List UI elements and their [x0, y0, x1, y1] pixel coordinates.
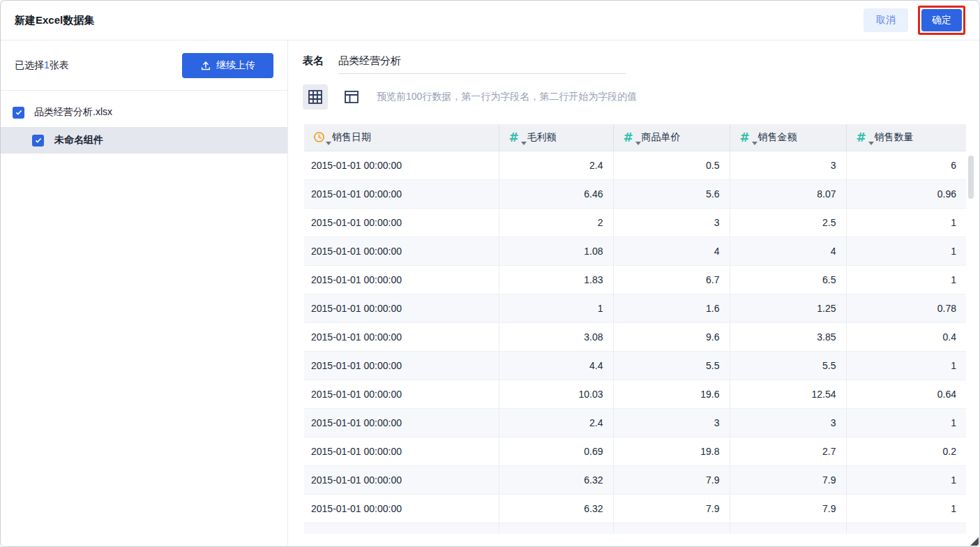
- hash-icon: #: [508, 130, 518, 144]
- grid-view-toggle[interactable]: [303, 84, 328, 110]
- hash-icon: #: [739, 130, 749, 144]
- cell-sales-quantity: 0.64: [846, 380, 966, 408]
- hash-icon: #: [623, 130, 633, 144]
- cell-sales-amount: [730, 523, 846, 534]
- cell-unit-price: 7.9: [613, 494, 730, 523]
- table-row: 2015-01-01 00:00:00 6.46 5.6 8.07 0.96: [304, 179, 966, 208]
- form-view-icon: [344, 89, 359, 105]
- cell-sale-date: 2015-01-01 00:00:00: [304, 179, 499, 208]
- cell-sales-amount: 5.5: [730, 351, 846, 380]
- vertical-scrollbar-thumb[interactable]: [968, 156, 974, 199]
- table-row: 2015-01-01 00:00:00 6.32 7.9 7.9 1: [304, 465, 966, 494]
- continue-upload-button[interactable]: 继续上传: [182, 53, 273, 78]
- cell-unit-price: 19.8: [613, 437, 730, 465]
- selected-summary: 已选择1张表: [15, 59, 69, 72]
- component-checkbox[interactable]: [32, 135, 44, 147]
- column-menu-caret[interactable]: [635, 142, 641, 145]
- cancel-button[interactable]: 取消: [864, 8, 908, 32]
- column-header[interactable]: # 销售数量: [846, 124, 966, 151]
- file-item[interactable]: 品类经营分析.xlsx: [1, 98, 287, 127]
- new-excel-dataset-dialog: 新建Excel数据集 取消 确定 已选择1张表 继续上传: [0, 0, 980, 547]
- sidebar-header: 已选择1张表 继续上传: [1, 40, 287, 91]
- cell-sales-amount: 3.85: [730, 322, 846, 351]
- cell-sales-quantity: 0.96: [846, 179, 966, 208]
- preview-toolbar: 预览前100行数据，第一行为字段名，第二行开始为字段的值: [303, 84, 979, 110]
- cell-sales-amount: 1.25: [730, 294, 846, 322]
- cell-sales-amount: 12.54: [730, 380, 846, 408]
- table-name-input[interactable]: [338, 55, 626, 74]
- table-row: 2015-01-01 00:00:00 1.08 4 4 1: [304, 237, 966, 265]
- table-row: 2015-01-01 00:00:00 2 3 2.5 1: [304, 208, 966, 237]
- dialog-title: 新建Excel数据集: [15, 14, 94, 27]
- selected-summary-prefix: 已选择: [15, 59, 44, 70]
- cell-sales-quantity: 1: [846, 494, 966, 523]
- cell-sale-date: 2015-01-01 00:00:00: [304, 351, 499, 380]
- sidebar: 已选择1张表 继续上传 品类经营分析.xlsx 未命名组件: [1, 40, 288, 546]
- cell-sales-quantity: 1: [846, 208, 966, 237]
- cell-gross-profit: 1: [499, 294, 613, 322]
- cell-sales-quantity: 6: [846, 151, 966, 179]
- cell-unit-price: 3: [613, 208, 730, 237]
- cell-sales-quantity: 1: [846, 408, 966, 437]
- cell-gross-profit: 2: [499, 208, 613, 237]
- table-row: 2015-01-01 00:00:00 3.08 9.6 3.85 0.4: [304, 322, 966, 351]
- cell-sales-amount: 3: [730, 151, 846, 179]
- selected-count: 1: [44, 59, 50, 70]
- cell-sale-date: 2015-01-01 00:00:00: [304, 494, 499, 523]
- cell-sales-amount: 2.5: [730, 208, 846, 237]
- cell-sale-date: 2015-01-01 00:00:00: [304, 237, 499, 265]
- column-menu-caret[interactable]: [868, 142, 874, 145]
- table-row: 2015-01-01 00:00:00 6.32 7.9 7.9 1: [304, 494, 966, 523]
- cell-sale-date: 2015-01-01 00:00:00: [304, 208, 499, 237]
- window-resize-grip[interactable]: [970, 537, 979, 546]
- cell-sales-amount: 7.9: [730, 465, 846, 494]
- table-row: 2015-01-01 00:00:00 10.03 19.6 12.54 0.6…: [304, 380, 966, 408]
- component-item-selected[interactable]: 未命名组件: [1, 127, 287, 153]
- cell-sale-date: 2015-01-01 00:00:00: [304, 465, 499, 494]
- clock-icon: [313, 131, 325, 143]
- cell-sale-date: [304, 523, 499, 534]
- cell-sales-quantity: 0.78: [846, 294, 966, 322]
- table-name-label: 表名: [303, 54, 324, 74]
- cell-sales-quantity: 1: [846, 465, 966, 494]
- cell-gross-profit: 2.4: [499, 408, 613, 437]
- cell-gross-profit: 0.69: [499, 437, 613, 465]
- cell-unit-price: 1.6: [613, 294, 730, 322]
- preview-table-container: 销售日期 # 毛利额 # 商品单价 # 销售金: [304, 124, 977, 534]
- cell-unit-price: 6.7: [613, 265, 730, 294]
- form-view-toggle[interactable]: [339, 84, 364, 110]
- cell-sale-date: 2015-01-01 00:00:00: [304, 322, 499, 351]
- table-row: 2015-01-01 00:00:00 4.4 5.5 5.5 1: [304, 351, 966, 380]
- cell-unit-price: 19.6: [613, 380, 730, 408]
- confirm-button[interactable]: 确定: [921, 9, 962, 31]
- column-menu-caret[interactable]: [521, 142, 527, 145]
- dialog-actions: 取消 确定: [864, 6, 965, 35]
- cell-unit-price: 0.5: [613, 151, 730, 179]
- cell-sales-quantity: [846, 523, 966, 534]
- file-checkbox[interactable]: [13, 107, 24, 119]
- table-row: 2015-01-01 00:00:00 1.83 6.7 6.5 1: [304, 265, 966, 294]
- cell-unit-price: 7.9: [613, 465, 730, 494]
- cell-gross-profit: [499, 523, 613, 534]
- upload-icon: [200, 60, 211, 71]
- table-row: 2015-01-01 00:00:00 2.4 3 3 1: [304, 408, 966, 437]
- preview-table-head: 销售日期 # 毛利额 # 商品单价 # 销售金: [304, 124, 966, 151]
- column-menu-caret[interactable]: [326, 142, 331, 145]
- grid-view-icon: [308, 89, 323, 105]
- column-header[interactable]: # 销售金额: [730, 124, 846, 151]
- component-name: 未命名组件: [54, 134, 103, 147]
- cell-gross-profit: 6.32: [499, 465, 613, 494]
- column-menu-caret[interactable]: [752, 142, 757, 145]
- column-header[interactable]: # 毛利额: [499, 124, 613, 151]
- cell-sale-date: 2015-01-01 00:00:00: [304, 265, 499, 294]
- main-panel: 表名 预览前100行数据，第一行为字段名，第二行开始为字段的值: [289, 40, 979, 546]
- cell-gross-profit: 3.08: [499, 322, 613, 351]
- table-row: 2015-01-01 00:00:00 1 1.6 1.25 0.78: [304, 294, 966, 322]
- cell-gross-profit: 6.32: [499, 494, 613, 523]
- cell-sales-quantity: 0.2: [846, 437, 966, 465]
- cell-sales-amount: 4: [730, 237, 846, 265]
- column-header[interactable]: 销售日期: [304, 124, 499, 151]
- column-header[interactable]: # 商品单价: [613, 124, 730, 151]
- cell-sales-quantity: 1: [846, 351, 966, 380]
- cell-gross-profit: 1.08: [499, 237, 613, 265]
